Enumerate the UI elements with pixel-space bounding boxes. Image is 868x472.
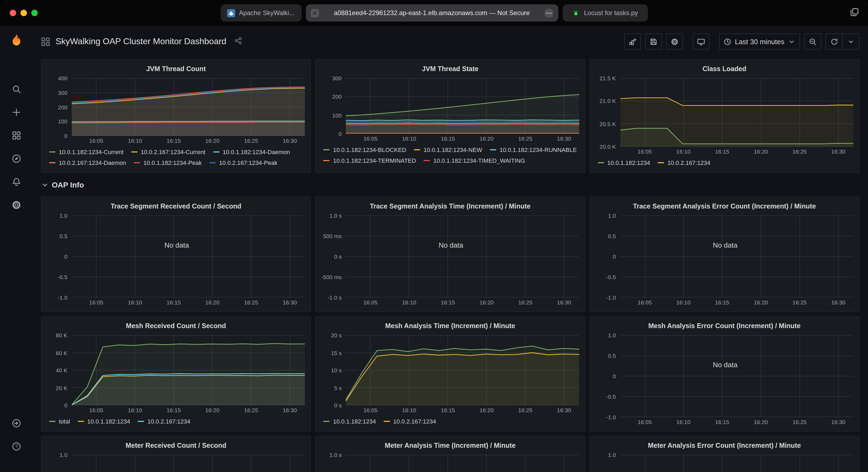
x-axis-tick: 16:30: [831, 419, 846, 425]
grafana-logo[interactable]: [0, 26, 32, 57]
add-panel-button[interactable]: [624, 33, 641, 49]
chart-plot[interactable]: [620, 78, 854, 146]
sidebar-item-create[interactable]: [0, 101, 32, 124]
legend: 10.0.1.182:1234-Current10.0.2.167:1234-C…: [47, 145, 305, 168]
y-axis-tick: 40 K: [56, 367, 67, 373]
tab-close-button[interactable]: [310, 9, 318, 17]
legend-label: 10.0.1.182:1234-Peak: [144, 157, 202, 168]
panel-title[interactable]: Mesh Analysis Error Count (Increment) / …: [595, 320, 854, 332]
panel-title[interactable]: Meter Received Count / Second: [47, 440, 305, 451]
browser-tab-locust[interactable]: Locust for tasks.py: [562, 4, 648, 22]
legend-item[interactable]: 10.0.2.167:1234-Peak: [209, 157, 278, 168]
legend-item[interactable]: 10.0.2.167:1234: [383, 416, 436, 427]
search-icon: [11, 84, 21, 94]
panel-title[interactable]: Meter Analysis Error Count (Increment) /…: [595, 440, 854, 451]
chart-plot[interactable]: No data: [620, 215, 854, 297]
legend-item[interactable]: 10.0.1.182:1234-Daemon: [213, 146, 290, 157]
x-axis: 16:0516:1016:1516:2016:2516:30: [620, 146, 854, 156]
panel-title[interactable]: Meter Analysis Time (Increment) / Minute: [321, 440, 579, 451]
sidebar-item-explore[interactable]: [0, 147, 32, 170]
tab-overview-button[interactable]: [850, 7, 859, 19]
sidebar-item-dashboards[interactable]: [0, 124, 32, 147]
panel-title[interactable]: Trace Segment Analysis Error Count (Incr…: [595, 200, 854, 212]
legend-item[interactable]: 10.0.1.182:1234-NEW: [414, 144, 482, 155]
legend-label: 10.0.2.167:1234-Current: [141, 146, 206, 157]
legend-item[interactable]: 10.0.1.182:1234-TERMINATED: [323, 155, 416, 166]
legend-item[interactable]: 10.0.1.182:1234-BLOCKED: [323, 144, 406, 155]
close-window-button[interactable]: [10, 10, 16, 16]
legend-item[interactable]: 10.0.1.182:1234-Peak: [134, 157, 202, 168]
panel-title[interactable]: JVM Thread Count: [47, 63, 305, 75]
section-oap-info[interactable]: OAP Info: [41, 173, 87, 197]
x-axis-tick: 16:05: [638, 419, 652, 425]
sidebar-item-configuration[interactable]: [0, 194, 32, 216]
legend-item[interactable]: 10.0.1.182:1234-RUNNABLE: [490, 144, 577, 155]
legend-swatch: [383, 421, 390, 422]
browser-tab-skywalking[interactable]: Apache SkyWalki...: [220, 4, 301, 22]
browser-tab-grafana-active[interactable]: a0881eed4-22961232.ap-east-1.elb.amazona…: [306, 4, 558, 22]
legend-label: 10.0.1.182:1234-Daemon: [223, 146, 290, 157]
time-range-picker[interactable]: Last 30 minutes: [719, 33, 800, 49]
legend-item[interactable]: 10.0.2.167:1234-Daemon: [49, 157, 126, 168]
refresh-button[interactable]: [826, 34, 842, 49]
x-axis-tick: 16:05: [363, 135, 378, 142]
dashboard: JVM Thread Count 4003002001000 16:0516:1…: [32, 57, 868, 472]
chart-plot[interactable]: [72, 335, 305, 405]
panel-title[interactable]: Mesh Received Count / Second: [47, 320, 305, 332]
legend-item[interactable]: 10.0.1.182:1234: [78, 416, 130, 427]
chart-plot[interactable]: No data: [620, 455, 854, 472]
chart-plot[interactable]: No data: [72, 215, 305, 297]
x-axis: 16:0516:1016:1516:2016:2516:30: [620, 297, 854, 307]
sidebar-item-help[interactable]: ?: [0, 435, 32, 458]
minimize-window-button[interactable]: [21, 10, 27, 16]
chart-plot[interactable]: No data: [346, 215, 579, 297]
zoom-out-button[interactable]: [804, 33, 821, 49]
cycle-view-button[interactable]: [693, 33, 709, 49]
legend-item[interactable]: 10.0.1.182:1234: [323, 416, 376, 427]
y-axis-tick: 1.0 s: [329, 212, 342, 219]
y-axis-tick: 0: [64, 133, 67, 139]
x-axis-tick: 16:20: [205, 137, 220, 144]
legend-item[interactable]: 10.0.1.182:1234-Current: [49, 146, 124, 157]
legend-item[interactable]: 10.0.2.167:1234: [658, 157, 710, 168]
x-axis-tick: 16:25: [244, 299, 258, 305]
chart-plot[interactable]: No data: [346, 455, 579, 472]
panel-title[interactable]: Class Loaded: [595, 63, 854, 75]
panel-title[interactable]: JVM Thread State: [321, 63, 579, 75]
legend-label: 10.0.1.182:1234-TERMINATED: [333, 155, 416, 166]
chart-plot[interactable]: [72, 78, 305, 136]
chart-plot[interactable]: No data: [72, 455, 305, 472]
save-dashboard-button[interactable]: [645, 33, 662, 49]
y-axis-tick: 0.5: [608, 233, 616, 239]
share-dashboard-button[interactable]: [233, 36, 243, 47]
chart-plot[interactable]: [346, 78, 579, 134]
x-axis-tick: 16:20: [205, 407, 220, 413]
chevron-down-icon: [42, 182, 48, 188]
legend-item[interactable]: 10.0.1.182:1234: [597, 157, 650, 168]
zoom-window-button[interactable]: [31, 10, 38, 16]
dashboard-settings-button[interactable]: [666, 33, 683, 49]
tab-more-button[interactable]: [544, 8, 553, 18]
panel-title[interactable]: Mesh Analysis Time (Increment) / Minute: [321, 320, 579, 332]
chart-plot[interactable]: [346, 335, 579, 405]
panel-title[interactable]: Trace Segment Received Count / Second: [47, 200, 305, 212]
sidebar-item-search[interactable]: [0, 77, 32, 101]
panel-title[interactable]: Trace Segment Analysis Time (Increment) …: [321, 200, 579, 212]
legend: 10.0.1.182:123410.0.2.167:1234: [321, 415, 579, 427]
x-axis-tick: 16:10: [128, 407, 142, 413]
page-title[interactable]: SkyWalking OAP Cluster Monitor Dashboard: [56, 37, 226, 46]
legend: total10.0.1.182:123410.0.2.167:1234: [47, 415, 305, 427]
legend-item[interactable]: 10.0.1.182:1234-TIMED_WAITING: [424, 155, 525, 166]
sidebar: ?: [0, 26, 32, 472]
dashboard-panel: Trace Segment Received Count / Second 1.…: [41, 197, 311, 312]
sidebar-item-sign-in[interactable]: [0, 412, 32, 435]
x-axis-tick: 16:05: [89, 407, 103, 413]
legend-item[interactable]: 10.0.1.182:1234-WAITING: [323, 166, 403, 168]
legend-item[interactable]: 10.0.2.167:1234: [138, 416, 190, 427]
legend-item[interactable]: total: [49, 416, 70, 427]
legend-item[interactable]: 10.0.2.167:1234-Current: [131, 146, 206, 157]
chart-plot[interactable]: No data: [620, 335, 854, 417]
sidebar-item-alerting[interactable]: [0, 170, 32, 194]
refresh-interval-dropdown[interactable]: [843, 34, 859, 49]
no-data-label: No data: [439, 241, 463, 249]
